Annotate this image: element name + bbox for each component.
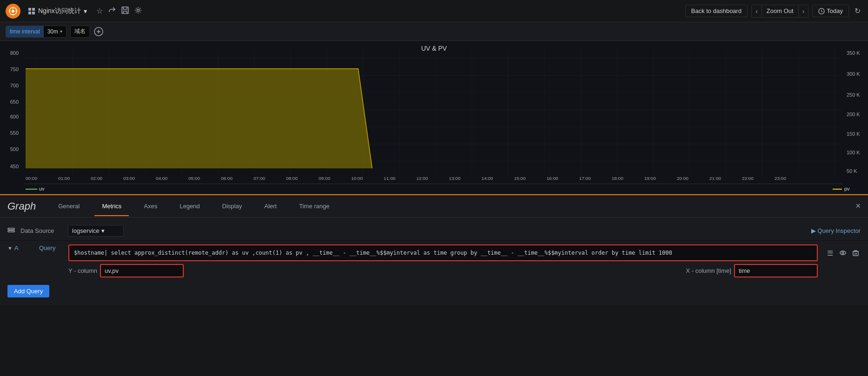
back-to-dashboard-label: Back to dashboard (691, 7, 741, 14)
svg-point-11 (137, 9, 139, 11)
tab-alert[interactable]: Alert (257, 197, 284, 216)
svg-text:20:00: 20:00 (677, 176, 688, 181)
svg-rect-8 (28, 12, 31, 14)
svg-rect-10 (122, 7, 128, 13)
today-btn[interactable]: Today (812, 5, 849, 17)
svg-text:150 K: 150 K (847, 131, 860, 137)
add-query-row: Add Query (0, 281, 868, 301)
query-a-inputs: $hostname| select approx_distinct(remote… (68, 244, 818, 277)
x-column-input[interactable] (734, 264, 818, 277)
query-a-input-box[interactable]: $hostname| select approx_distinct(remote… (68, 244, 818, 261)
nav-right: Back to dashboard ‹ Zoom Out › Today ↻ (685, 5, 862, 18)
svg-text:uv: uv (39, 186, 45, 191)
svg-rect-9 (32, 12, 35, 14)
time-interval-label: time interval (6, 26, 44, 37)
back-to-dashboard-btn[interactable]: Back to dashboard (685, 5, 748, 17)
y-column-input[interactable] (100, 264, 184, 277)
save-icon[interactable] (121, 7, 129, 16)
svg-text:16:00: 16:00 (547, 176, 558, 181)
query-inspector-prefix: ▶ (811, 227, 816, 234)
query-a-letter: A (14, 244, 19, 251)
panel-edit: Graph General Metrics Axes Legend Displa… (0, 194, 868, 305)
y-column-label: Y - column (68, 267, 97, 274)
svg-text:50 K: 50 K (847, 168, 857, 174)
domain-filter[interactable]: 域名 (70, 26, 90, 38)
settings-icon[interactable] (134, 7, 142, 16)
query-a-bottom-row: Y - column X - column [time] (68, 264, 818, 277)
y-column-wrap: Y - column (68, 264, 184, 277)
query-menu-btn[interactable]: ☰ (825, 247, 835, 259)
datasource-icon[interactable] (7, 226, 15, 236)
domain-value[interactable]: 域名 (71, 27, 89, 35)
svg-text:10:00: 10:00 (351, 176, 363, 181)
dashboard-title-btn[interactable]: Nginx访问统计 ▾ (24, 5, 91, 17)
svg-text:18:00: 18:00 (612, 176, 623, 181)
refresh-icon: ↻ (855, 7, 861, 15)
panel-edit-header: Graph General Metrics Axes Legend Displa… (0, 195, 868, 218)
time-interval-value[interactable]: 30m ▾ (44, 28, 66, 35)
svg-text:350 K: 350 K (847, 50, 860, 56)
datasource-chevron: ▾ (101, 227, 105, 234)
svg-text:12:00: 12:00 (416, 176, 428, 181)
svg-text:09:00: 09:00 (319, 176, 330, 181)
close-panel-btn[interactable]: × (855, 201, 861, 211)
tab-display[interactable]: Display (215, 197, 250, 216)
tab-metrics[interactable]: Metrics (94, 197, 129, 216)
filter-bar: time interval 30m ▾ 域名 (0, 22, 868, 41)
svg-text:700: 700 (10, 83, 19, 88)
svg-text:pv: pv (844, 186, 850, 191)
svg-text:17:00: 17:00 (579, 176, 591, 181)
svg-rect-63 (8, 231, 14, 232)
query-a-identifier: ▼ A (7, 244, 35, 251)
query-a-row: ▼ A Query $hostname| select approx_disti… (0, 241, 868, 281)
add-query-btn[interactable]: Add Query (7, 285, 49, 297)
svg-text:00:00: 00:00 (26, 176, 37, 181)
svg-text:800: 800 (10, 50, 19, 56)
zoom-right-btn[interactable]: › (798, 5, 808, 17)
zoom-out-label[interactable]: Zoom Out (762, 5, 798, 17)
tab-time-range[interactable]: Time range (292, 197, 337, 216)
zoom-group: ‹ Zoom Out › (751, 5, 808, 18)
datasource-value: logservice (72, 227, 100, 234)
svg-text:100 K: 100 K (847, 150, 860, 155)
zoom-left-btn[interactable]: ‹ (752, 5, 762, 17)
top-nav: Nginx访问统计 ▾ ☆ Back to dashboard ‹ Zoom O… (0, 0, 868, 22)
title-chevron-icon: ▾ (84, 7, 87, 15)
grafana-logo[interactable] (6, 4, 20, 19)
svg-text:11:00: 11:00 (384, 176, 395, 181)
svg-text:22:00: 22:00 (742, 176, 754, 181)
svg-text:01:00: 01:00 (58, 176, 70, 181)
metrics-content: Data Source logservice ▾ ▶ Query Inspect… (0, 218, 868, 305)
svg-text:650: 650 (10, 99, 19, 105)
query-inspector-btn[interactable]: ▶ Query Inspector (811, 227, 861, 234)
svg-text:450: 450 (10, 164, 19, 169)
tab-general[interactable]: General (51, 197, 87, 216)
query-visibility-btn[interactable] (838, 248, 848, 259)
today-label: Today (827, 7, 843, 14)
time-interval-filter[interactable]: time interval 30m ▾ (6, 26, 67, 38)
query-a-toggle[interactable]: ▼ (7, 245, 13, 251)
star-icon[interactable]: ☆ (96, 7, 103, 15)
svg-text:200 K: 200 K (847, 112, 860, 117)
tab-axes[interactable]: Axes (136, 197, 165, 216)
svg-text:04:00: 04:00 (156, 176, 167, 181)
svg-text:500: 500 (10, 146, 19, 152)
data-source-row: Data Source logservice ▾ ▶ Query Inspect… (0, 221, 868, 241)
chart-title: UV & PV (421, 45, 447, 52)
query-delete-btn[interactable] (851, 248, 861, 259)
datasource-label: Data Source (20, 227, 62, 234)
svg-text:21:00: 21:00 (709, 176, 721, 181)
chart-area: UV & PV 800 750 700 650 600 550 500 450 … (0, 41, 868, 194)
svg-rect-6 (28, 8, 31, 11)
svg-text:02:00: 02:00 (91, 176, 102, 181)
datasource-select[interactable]: logservice ▾ (68, 225, 124, 237)
add-filter-btn[interactable] (93, 26, 104, 37)
svg-text:08:00: 08:00 (286, 176, 298, 181)
svg-text:19:00: 19:00 (644, 176, 656, 181)
query-a-actions: ☰ (825, 244, 861, 259)
x-column-label: X - column [time] (686, 267, 731, 274)
svg-text:600: 600 (10, 114, 19, 120)
refresh-btn[interactable]: ↻ (853, 5, 862, 17)
tab-legend[interactable]: Legend (172, 197, 207, 216)
share-icon[interactable] (108, 7, 116, 16)
